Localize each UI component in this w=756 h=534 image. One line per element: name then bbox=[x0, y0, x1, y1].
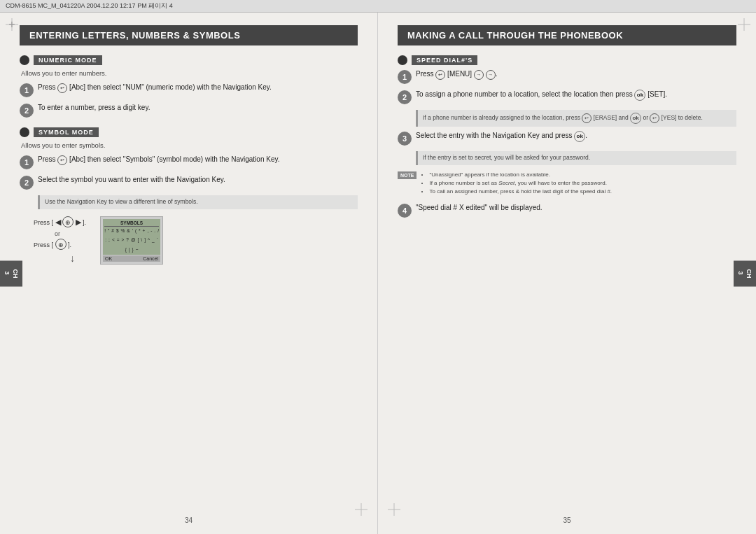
step-num-1: 1 bbox=[20, 83, 34, 97]
speed-step-1: 1 Press ↩ [MENU] → →. bbox=[398, 69, 736, 84]
speed-step-num-4: 4 bbox=[398, 204, 412, 218]
header-bar: CDM-8615 MC_M_041220A 2004.12.20 12:17 P… bbox=[0, 0, 756, 13]
symbol-desc: Allows you to enter symbols. bbox=[21, 141, 358, 149]
symbol-dot bbox=[20, 127, 29, 137]
phone-screen: SYMBOLS !"#$%&'( *+,-./:; <=>?@[\] ^_`{|… bbox=[100, 216, 163, 265]
crosshair-bottom-right-left-page bbox=[355, 503, 368, 517]
chapter-label: CH bbox=[12, 269, 19, 278]
symbol-step2-text: Select the symbol you want to enter with… bbox=[38, 175, 358, 185]
right-section-banner: MAKING A CALL THROUGH THE PHONEBOOK bbox=[398, 25, 736, 45]
numeric-step-1: 1 Press ↩ [Abc] then select "NUM" (numer… bbox=[20, 83, 358, 97]
screen-title-bar: SYMBOLS !"#$%&'( *+,-./:; <=>?@[\] ^_`{|… bbox=[103, 219, 160, 255]
speed-step-num-2: 2 bbox=[398, 90, 412, 104]
down-arrow: ↓ bbox=[70, 253, 86, 264]
step-num-2: 2 bbox=[20, 104, 34, 118]
menu-icon: ↩ bbox=[435, 70, 445, 80]
note-tag: NOTE bbox=[398, 171, 416, 179]
nav-arrow-1: → bbox=[474, 70, 484, 80]
press-row-1: Press [ ◀ ⊕ ▶ ]. bbox=[34, 216, 86, 227]
right-page: MAKING A CALL THROUGH THE PHONEBOOK SPEE… bbox=[378, 13, 756, 534]
chapter-label-right: CH bbox=[746, 269, 752, 278]
note-bullets: "Unassigned" appears if the location is … bbox=[421, 171, 612, 196]
left-page-number: 34 bbox=[185, 517, 192, 524]
pages-container: ENTERING LETTERS, NUMBERS & SYMBOLS NUME… bbox=[0, 13, 756, 534]
note-bullet-2: If a phone number is set as Secret, you … bbox=[429, 179, 612, 188]
or-text: or bbox=[55, 230, 86, 237]
left-section-banner: ENTERING LETTERS, NUMBERS & SYMBOLS bbox=[20, 25, 358, 45]
speed-dial-dot bbox=[398, 55, 407, 65]
numeric-mode-heading: NUMERIC MODE bbox=[20, 55, 358, 65]
speed-step2-note: If a phone number is already assigned to… bbox=[416, 110, 736, 127]
symbols-title: SYMBOLS bbox=[104, 220, 159, 227]
symbol-step-2: 2 Select the symbol you want to enter wi… bbox=[20, 175, 358, 190]
illustration-area: Press [ ◀ ⊕ ▶ ]. or Press [ ⊕ ]. ↓ SYMBO… bbox=[34, 216, 358, 265]
erase-key: ↩ bbox=[582, 113, 592, 123]
speed-dial-label: SPEED DIAL#'S bbox=[412, 55, 477, 65]
phone-screen-mockup: SYMBOLS !"#$%&'( *+,-./:; <=>?@[\] ^_`{|… bbox=[100, 216, 163, 265]
crosshair-top-left bbox=[6, 18, 18, 31]
abc-key: ↩ bbox=[57, 83, 67, 93]
speed-step-2: 2 To assign a phone number to a location… bbox=[398, 90, 736, 104]
note-bullet-3: To call an assigned number, press & hold… bbox=[429, 188, 612, 196]
nav-arrow-2: → bbox=[486, 70, 496, 80]
speed-step-3: 3 Select the entry with the Navigation K… bbox=[398, 131, 736, 146]
symbol-step1-text: Press ↩ [Abc] then select "Symbols" (sym… bbox=[38, 155, 358, 165]
chapter-tab-left: CH 3 bbox=[0, 260, 22, 286]
sym-step-num-2: 2 bbox=[20, 176, 34, 190]
speed-step3-text: Select the entry with the Navigation Key… bbox=[416, 131, 736, 142]
symbol-mode-label: SYMBOL MODE bbox=[34, 127, 99, 137]
symbols-grid: !"#$%&'( *+,-./:; <=>?@[\] ^_`{|}~ bbox=[104, 227, 159, 253]
speed-step-4: 4 "Speed dial # X edited" will be displa… bbox=[398, 203, 736, 218]
abc-key-2: ↩ bbox=[57, 155, 67, 165]
numeric-step1-text: Press ↩ [Abc] then select "NUM" (numeric… bbox=[38, 83, 358, 93]
chapter-number-right: 3 bbox=[737, 272, 744, 275]
speed-step2-text: To assign a phone number to a location, … bbox=[416, 90, 736, 101]
chapter-number-left: 3 bbox=[4, 272, 10, 275]
ok-key2: ok bbox=[630, 113, 641, 124]
sym-step-num-1: 1 bbox=[20, 155, 34, 169]
symbol-step-1: 1 Press ↩ [Abc] then select "Symbols" (s… bbox=[20, 155, 358, 169]
note-bullets-list: "Unassigned" appears if the location is … bbox=[421, 171, 612, 196]
left-page: ENTERING LETTERS, NUMBERS & SYMBOLS NUME… bbox=[0, 13, 378, 534]
ok-label: OK bbox=[105, 256, 112, 261]
numeric-dot bbox=[20, 55, 29, 65]
screen-footer: OK Cancel bbox=[103, 255, 160, 262]
crosshair-top-right bbox=[738, 18, 750, 32]
numeric-desc: Allows you to enter numbers. bbox=[21, 69, 358, 77]
header-text: CDM-8615 MC_M_041220A 2004.12.20 12:17 P… bbox=[6, 1, 173, 10]
speed-step-num-1: 1 bbox=[398, 70, 412, 84]
numeric-mode-label: NUMERIC MODE bbox=[34, 55, 102, 65]
symbol-note-box: Use the Navigation Key to view a differe… bbox=[38, 195, 358, 209]
numeric-step2-text: To enter a number, press a digit key. bbox=[38, 103, 358, 113]
cancel-label: Cancel bbox=[143, 256, 158, 261]
speed-step4-text: "Speed dial # X edited" will be displaye… bbox=[416, 203, 736, 213]
speed-step-num-3: 3 bbox=[398, 132, 412, 146]
speed-dial-heading: SPEED DIAL#'S bbox=[398, 55, 736, 65]
chapter-tab-right: CH 3 bbox=[734, 260, 756, 286]
note-bullet-1: "Unassigned" appears if the location is … bbox=[429, 171, 612, 179]
ok-key: ok bbox=[634, 90, 645, 101]
right-page-number: 35 bbox=[563, 517, 570, 524]
speed-step1-text: Press ↩ [MENU] → →. bbox=[416, 69, 736, 80]
numeric-step-2: 2 To enter a number, press a digit key. bbox=[20, 103, 358, 118]
press-instructions: Press [ ◀ ⊕ ▶ ]. or Press [ ⊕ ]. ↓ bbox=[34, 216, 86, 264]
ok-key3: ok bbox=[574, 131, 585, 142]
press-row-2: Press [ ⊕ ]. bbox=[34, 239, 86, 250]
yes-key: ↩ bbox=[650, 113, 659, 123]
speed-step3-note: If the entry is set to secret, you will … bbox=[416, 151, 736, 165]
symbol-mode-heading: SYMBOL MODE bbox=[20, 127, 358, 137]
note-section: NOTE "Unassigned" appears if the locatio… bbox=[398, 171, 736, 196]
crosshair-bottom-left-right-page bbox=[388, 503, 400, 517]
